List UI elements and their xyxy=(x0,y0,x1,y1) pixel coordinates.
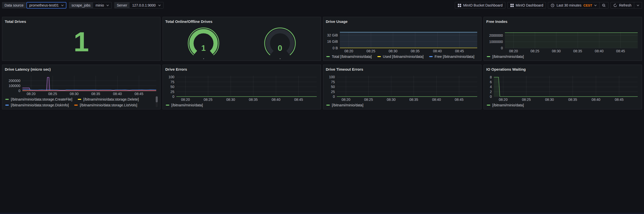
gauge-label-dot xyxy=(280,58,280,59)
gauge-value: 1 xyxy=(201,44,206,53)
y-axis-tick: 100 xyxy=(329,75,335,79)
x-axis-tick: 08:20 xyxy=(509,49,518,53)
gauge: 1 xyxy=(181,25,226,59)
legend-item[interactable]: [/bitnami/minio/data] xyxy=(487,103,524,107)
panel-total-drives: Total Drives 1 xyxy=(2,17,160,61)
x-axis-tick: 08:35 xyxy=(409,98,418,102)
minio-dashboard-label: MinIO Dashboard xyxy=(516,3,543,7)
chevron-down-icon xyxy=(158,5,161,6)
legend-series-color xyxy=(5,99,9,100)
legend-series-label: [/bitnami/minio/data] xyxy=(332,103,363,107)
x-axis-tick: 08:35 xyxy=(249,98,258,102)
legend-series-label: [/bitnami/minio/data:storage.ListVols] xyxy=(80,103,137,107)
panel-title: Drive Timeout Errors xyxy=(326,66,479,72)
scrape-jobs-select[interactable]: minio xyxy=(93,2,112,9)
chart-legend: [/bitnami/minio/data:storage.CreateFile]… xyxy=(5,96,158,107)
gauge-value: 0 xyxy=(278,44,282,53)
x-axis-tick: 08:45 xyxy=(615,98,624,102)
y-axis-tick: 0 xyxy=(172,95,174,99)
y-axis-tick: 0 xyxy=(501,46,503,50)
chart-plot-area[interactable]: 025507510008:2008:2508:3008:3508:4008:45 xyxy=(165,74,318,102)
server-select[interactable]: 127.0.0.1:9000 xyxy=(130,2,163,9)
legend-item[interactable]: Free [/bitnami/minio/data] xyxy=(429,55,474,59)
legend-item[interactable]: [/bitnami/minio/data:storage.Delete] xyxy=(78,97,139,101)
clock-icon xyxy=(551,4,554,7)
panel-title: Drive Latency (micro sec) xyxy=(5,66,158,72)
chart-plot-area[interactable]: 025507510008:2008:2508:3008:3508:4008:45 xyxy=(326,74,479,102)
legend-series-color xyxy=(377,56,381,57)
panel-total-online-offline-drives: Total Online/Offline Drives 10 xyxy=(163,17,321,61)
y-axis-tick: 16 GiB xyxy=(327,39,338,44)
panel-drive-timeout-errors: Drive Timeout Errors 025507510008:2008:2… xyxy=(323,65,481,109)
x-axis-tick: 08:40 xyxy=(113,92,122,96)
panel-drive-latency: Drive Latency (micro sec) 01000002000000… xyxy=(2,65,160,109)
variables-bar: Data source prometheus-test01 scrape_job… xyxy=(2,2,164,9)
x-axis-tick: 08:40 xyxy=(595,49,603,53)
x-axis-tick: 08:30 xyxy=(387,98,395,102)
chart-plot-area[interactable]: 010000020000008:2008:2508:3008:3508:4008… xyxy=(5,74,158,96)
y-axis-tick: 32 GiB xyxy=(327,33,338,37)
chart-plot-area[interactable]: 0246808:2008:2508:3008:3508:4008:45 xyxy=(486,74,639,102)
legend-item[interactable]: [/bitnami/minio/data:storage.ListVols] xyxy=(74,103,137,107)
legend-item[interactable]: [/bitnami/minio/data:storage.CreateFile] xyxy=(5,97,72,101)
legend-item[interactable]: [/bitnami/minio/data] xyxy=(326,103,363,107)
panel-body: 010000020000008:2008:2508:3008:3508:4008… xyxy=(5,72,158,107)
x-axis-tick: 08:45 xyxy=(455,49,464,53)
variable-server: Server 127.0.0.1:9000 xyxy=(114,2,164,9)
panel-drive-usage: Drive Usage 0 B16 GiB32 GiB08:2008:2508:… xyxy=(323,17,481,61)
legend-series-color xyxy=(326,105,330,106)
x-axis-tick: 08:20 xyxy=(344,49,353,53)
server-value: 127.0.0.1:9000 xyxy=(132,3,155,7)
legend-series-color xyxy=(5,105,9,106)
x-axis-tick: 08:30 xyxy=(226,98,235,102)
minio-bucket-dashboard-label: MinIO Bucket Dashboard xyxy=(463,3,502,7)
panel-title: Total Drives xyxy=(5,19,158,25)
variable-scrape-jobs: scrape_jobs minio xyxy=(69,2,112,9)
legend-series-color xyxy=(78,99,81,100)
x-axis-tick: 08:25 xyxy=(48,92,57,96)
legend-item[interactable]: [/bitnami/minio/data] xyxy=(166,103,203,107)
legend-item[interactable]: Total [/bitnami/minio/data] xyxy=(326,55,372,59)
data-source-select[interactable]: prometheus-test01 xyxy=(26,2,66,9)
y-axis-tick: 8 xyxy=(490,75,492,79)
legend-scrollbar[interactable] xyxy=(156,96,158,107)
x-axis-tick: 08:20 xyxy=(499,98,508,102)
legend-series-label: [/bitnami/minio/data:storage.DiskInfo] xyxy=(11,103,69,107)
y-axis-tick: 0 xyxy=(18,89,20,93)
x-axis-tick: 08:35 xyxy=(91,92,100,96)
panel-title: IO Operations Waiting xyxy=(486,66,639,72)
zoom-out-time-button[interactable] xyxy=(599,2,608,8)
chart-legend: [/bitnami/minio/data] xyxy=(486,54,639,59)
minio-dashboard-link[interactable]: MinIO Dashboard xyxy=(507,2,546,9)
chart-canvas: 010000020000008:2008:2508:3008:3508:4008… xyxy=(5,74,158,96)
x-axis-tick: 08:35 xyxy=(573,49,582,53)
y-axis-tick: 25 xyxy=(170,90,174,94)
gauge: 0 xyxy=(257,25,303,59)
legend-series-label: Total [/bitnami/minio/data] xyxy=(332,55,372,59)
y-axis-tick: 25 xyxy=(331,90,335,94)
scrollbar-thumb[interactable] xyxy=(156,96,158,102)
legend-item[interactable]: [/bitnami/minio/data:storage.DiskInfo] xyxy=(5,103,69,107)
chart-plot-area[interactable]: 0 B16 GiB32 GiB08:2008:2508:3008:3508:40… xyxy=(326,31,479,54)
panel-body: 01000000200000008:2008:2508:3008:3508:40… xyxy=(486,25,639,59)
refresh-button[interactable]: Refresh xyxy=(611,2,634,8)
legend-series-label: [/bitnami/minio/data] xyxy=(492,103,524,107)
chart-plot-area[interactable]: 01000000200000008:2008:2508:3008:3508:40… xyxy=(486,31,639,54)
legend-series-color xyxy=(487,56,490,57)
panel-body: 10 xyxy=(165,25,318,59)
panel-body: 0 B16 GiB32 GiB08:2008:2508:3008:3508:40… xyxy=(326,25,479,59)
legend-series-label: [/bitnami/minio/data:storage.CreateFile] xyxy=(11,97,72,101)
legend-item[interactable]: Used [/bitnami/minio/data] xyxy=(377,55,424,59)
y-axis-tick: 0 xyxy=(490,95,492,99)
series-line xyxy=(22,90,156,90)
refresh-interval-picker[interactable] xyxy=(634,2,642,8)
x-axis-tick: 08:40 xyxy=(432,98,441,102)
panel-title: Drive Usage xyxy=(326,19,479,25)
refresh-group: Refresh xyxy=(611,2,642,9)
y-axis-tick: 50 xyxy=(170,85,174,89)
minio-bucket-dashboard-link[interactable]: MinIO Bucket Dashboard xyxy=(455,2,505,9)
dashboard-grid: Total Drives 1 Total Online/Offline Driv… xyxy=(0,17,644,109)
time-range-picker[interactable]: Last 30 minutes CEST xyxy=(548,2,599,8)
legend-item[interactable]: [/bitnami/minio/data] xyxy=(487,55,524,59)
y-axis-tick: 75 xyxy=(170,80,174,84)
